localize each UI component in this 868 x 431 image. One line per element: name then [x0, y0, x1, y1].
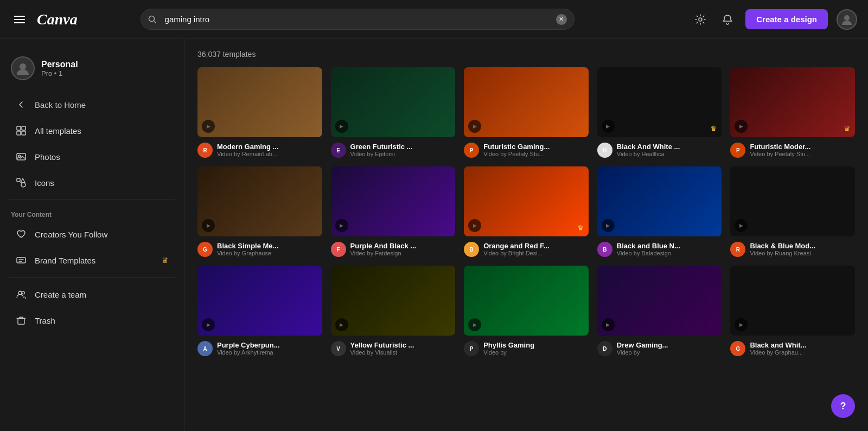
- notifications-button[interactable]: [718, 10, 737, 29]
- header-actions: Create a design: [691, 9, 857, 30]
- creator-avatar: G: [197, 242, 213, 257]
- content-area: 36,037 templates ▶ R Modern Gaming ... V…: [184, 39, 868, 431]
- play-button[interactable]: ▶: [735, 120, 748, 133]
- template-card[interactable]: ▶ G Black and Whit... Video by Graphau..…: [730, 266, 855, 356]
- play-button[interactable]: ▶: [735, 219, 748, 232]
- template-thumbnail: ▶: [464, 266, 589, 336]
- profile-avatar: [11, 56, 35, 80]
- search-input[interactable]: [141, 9, 575, 30]
- template-info: B Orange and Red F... Video by Bright De…: [464, 242, 589, 257]
- template-creator: Video by Ruang Kreasi: [750, 250, 855, 256]
- template-title: Purple Cyberpun...: [217, 341, 322, 349]
- creator-avatar: P: [730, 143, 745, 158]
- template-card[interactable]: ▶ ♛ P Futuristic Moder... Video by Peeta…: [730, 67, 855, 158]
- search-clear-button[interactable]: ✕: [556, 14, 567, 25]
- svg-line-1: [154, 21, 156, 23]
- template-thumbnail: ▶: [597, 166, 722, 236]
- template-title: Phyllis Gaming: [483, 341, 589, 349]
- play-button[interactable]: ▶: [468, 318, 481, 331]
- template-card[interactable]: ▶ G Black Simple Me... Video by Graphaus…: [197, 166, 322, 257]
- play-button[interactable]: ▶: [602, 318, 615, 331]
- sidebar-item-trash[interactable]: Trash: [4, 308, 180, 333]
- play-button[interactable]: ▶: [202, 120, 215, 133]
- template-card[interactable]: ▶ R Black & Blue Mod... Video by Ruang K…: [730, 166, 855, 257]
- thumb-inner: ▶: [197, 266, 322, 336]
- brand-icon: [15, 254, 27, 266]
- play-button[interactable]: ▶: [602, 219, 615, 232]
- back-icon: [15, 99, 27, 111]
- thumb-inner: ▶: [331, 266, 456, 336]
- template-title: Modern Gaming ...: [217, 143, 322, 151]
- sidebar-item-icons[interactable]: Icons: [4, 170, 180, 195]
- template-meta: Black And White ... Video by Healltica: [617, 143, 722, 157]
- template-card[interactable]: ▶ R Modern Gaming ... Video by RemainLab…: [197, 67, 322, 158]
- creator-avatar: P: [464, 143, 479, 158]
- hamburger-button[interactable]: [11, 12, 28, 27]
- template-creator: Video by Fatdesign: [350, 250, 456, 256]
- svg-point-4: [844, 15, 850, 21]
- template-info: B Black and Blue N... Video by Baladesig…: [597, 242, 722, 257]
- play-button[interactable]: ▶: [335, 318, 348, 331]
- play-button[interactable]: ▶: [468, 120, 481, 133]
- sidebar-item-back-home[interactable]: Back to Home: [4, 92, 180, 117]
- template-title: Orange and Red F...: [483, 242, 589, 250]
- svg-rect-10: [22, 131, 25, 135]
- template-card[interactable]: ▶ A Purple Cyberpun... Video by Arkhytir…: [197, 266, 322, 356]
- svg-rect-13: [17, 178, 20, 182]
- play-button[interactable]: ▶: [202, 219, 215, 232]
- template-thumbnail: ▶: [197, 67, 322, 137]
- creator-avatar: R: [730, 242, 745, 257]
- template-creator: Video by Peetaly Stu...: [750, 151, 855, 157]
- your-content-label: Your Content: [0, 204, 184, 221]
- template-info: H Black And White ... Video by Healltica: [597, 143, 722, 158]
- template-card[interactable]: ▶ E Green Futuristic ... Video by Epitom…: [331, 67, 456, 158]
- svg-point-17: [22, 292, 25, 294]
- template-grid: ▶ R Modern Gaming ... Video by RemainLab…: [197, 67, 855, 356]
- template-thumbnail: ▶ ♛: [464, 166, 589, 236]
- sidebar-item-create-team[interactable]: Create a team: [4, 282, 180, 307]
- template-card[interactable]: ▶ ♛ B Orange and Red F... Video by Brigh…: [464, 166, 589, 257]
- sidebar-item-photos[interactable]: Photos: [4, 144, 180, 169]
- template-card[interactable]: ▶ F Purple And Black ... Video by Fatdes…: [331, 166, 456, 257]
- template-meta: Black & Blue Mod... Video by Ruang Kreas…: [750, 242, 855, 256]
- template-thumbnail: ▶: [197, 166, 322, 236]
- template-meta: Modern Gaming ... Video by RemainLab...: [217, 143, 322, 157]
- main-layout: Personal Pro • 1 Back to Home All templa…: [0, 39, 868, 431]
- play-button[interactable]: ▶: [202, 318, 215, 331]
- sidebar-item-label: All templates: [35, 126, 81, 136]
- sidebar-item-label: Trash: [35, 316, 55, 325]
- thumb-inner: ▶: [464, 67, 589, 137]
- sidebar-item-brand-templates[interactable]: Brand Templates ♛: [4, 248, 180, 273]
- avatar[interactable]: [837, 9, 857, 30]
- create-design-button[interactable]: Create a design: [745, 9, 828, 29]
- template-title: Futuristic Gaming...: [483, 143, 589, 151]
- template-thumbnail: ▶ ♛: [730, 67, 855, 137]
- template-info: P Futuristic Gaming... Video by Peetaly …: [464, 143, 589, 158]
- template-info: P Phyllis Gaming Video by: [464, 341, 589, 356]
- sidebar-item-all-templates[interactable]: All templates: [4, 118, 180, 143]
- play-button[interactable]: ▶: [735, 318, 748, 331]
- play-button[interactable]: ▶: [468, 219, 481, 232]
- template-card[interactable]: ▶ V Yellow Futuristic ... Video by Visua…: [331, 266, 456, 356]
- template-card[interactable]: ▶ B Black and Blue N... Video by Balades…: [597, 166, 722, 257]
- template-card[interactable]: ▶ ♛ H Black And White ... Video by Heall…: [597, 67, 722, 158]
- template-meta: Futuristic Moder... Video by Peetaly Stu…: [750, 143, 855, 157]
- creator-avatar: E: [331, 143, 346, 158]
- sidebar-item-creators-follow[interactable]: Creators You Follow: [4, 222, 180, 247]
- play-button[interactable]: ▶: [602, 120, 615, 133]
- help-button[interactable]: ?: [831, 394, 855, 418]
- thumb-inner: ▶: [597, 266, 722, 336]
- template-card[interactable]: ▶ P Futuristic Gaming... Video by Peetal…: [464, 67, 589, 158]
- template-card[interactable]: ▶ D Drew Gaming... Video by: [597, 266, 722, 356]
- template-info: R Modern Gaming ... Video by RemainLab..…: [197, 143, 322, 158]
- sidebar-item-label: Create a team: [35, 290, 86, 299]
- play-button[interactable]: ▶: [335, 219, 348, 232]
- template-creator: Video by Baladesign: [617, 250, 722, 256]
- play-button[interactable]: ▶: [335, 120, 348, 133]
- template-card[interactable]: ▶ P Phyllis Gaming Video by: [464, 266, 589, 356]
- template-meta: Futuristic Gaming... Video by Peetaly St…: [483, 143, 589, 157]
- template-meta: Orange and Red F... Video by Bright Desi…: [483, 242, 589, 256]
- svg-rect-11: [17, 153, 25, 160]
- creator-avatar: V: [331, 341, 346, 356]
- settings-button[interactable]: [691, 10, 710, 29]
